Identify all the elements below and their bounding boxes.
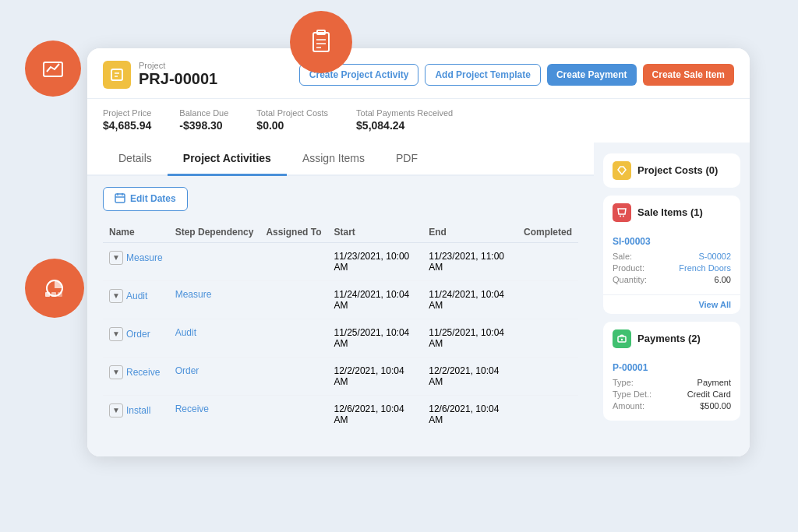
sale-items-icon <box>613 203 631 222</box>
dependency-link[interactable]: Order <box>175 365 200 376</box>
payment-id-link[interactable]: P-00001 <box>613 362 731 373</box>
total-payments-label: Total Payments Received <box>356 108 453 118</box>
sale-label: Sale: <box>613 252 632 261</box>
payments-body: P-00001 Type: Payment Type Det.: Credit … <box>603 356 740 421</box>
activity-table: Name Step Dependency Assigned To Start E… <box>103 222 578 433</box>
amount-value: $500.00 <box>700 401 731 410</box>
tab-project-activities[interactable]: Project Activities <box>168 143 287 176</box>
quantity-value: 6.00 <box>715 275 731 284</box>
type-det-label: Type Det.: <box>613 389 651 399</box>
project-label: Project <box>139 61 217 70</box>
right-panel: Project Costs (0) Sale Items (1 <box>594 143 750 456</box>
row-dependency: Order <box>169 357 260 395</box>
quantity-label: Quantity: <box>613 275 647 284</box>
svg-point-18 <box>623 215 624 217</box>
activity-name-link[interactable]: Receive <box>126 367 160 378</box>
row-assigned-to <box>260 242 327 280</box>
edit-dates-button[interactable]: Edit Dates <box>103 187 188 211</box>
float-chart-icon <box>25 41 81 97</box>
project-price-value: $4,685.94 <box>103 119 151 132</box>
row-end: 11/25/2021, 10:04 AM <box>422 319 517 357</box>
project-id-block: Project PRJ-00001 <box>103 61 217 89</box>
dependency-link[interactable]: Measure <box>175 289 212 300</box>
col-name: Name <box>103 222 169 243</box>
row-assigned-to <box>260 395 327 433</box>
row-name-cell: ▼ Order <box>103 319 169 357</box>
svg-rect-9 <box>58 292 62 297</box>
balance-due-value: -$398.30 <box>179 119 228 132</box>
tab-pdf[interactable]: PDF <box>380 143 433 176</box>
svg-rect-13 <box>115 194 125 203</box>
col-end: End <box>422 222 517 243</box>
edit-dates-label: Edit Dates <box>130 193 176 204</box>
activity-name-link[interactable]: Audit <box>126 291 147 301</box>
add-project-template-button[interactable]: Add Project Template <box>425 64 540 86</box>
row-completed <box>517 242 578 280</box>
row-dependency: Audit <box>169 319 260 357</box>
row-toggle[interactable]: ▼ <box>109 365 123 379</box>
row-start: 11/23/2021, 10:00 AM <box>328 242 423 280</box>
project-costs-title: Project Costs (0) <box>637 164 718 176</box>
create-sale-item-button[interactable]: Create Sale Item <box>643 64 734 86</box>
dependency-link[interactable]: Audit <box>175 327 196 338</box>
svg-rect-7 <box>45 292 50 297</box>
row-dependency: Measure <box>169 280 260 319</box>
project-id: PRJ-00001 <box>139 70 217 87</box>
card-header: Project PRJ-00001 Create Project Activit… <box>87 48 750 99</box>
dependency-link[interactable]: Receive <box>175 403 209 414</box>
tab-content: Edit Dates Name Step Dependency Assigned… <box>87 176 594 444</box>
row-start: 12/2/2021, 10:04 AM <box>328 357 423 395</box>
svg-rect-1 <box>313 33 329 51</box>
amount-row: Amount: $500.00 <box>613 401 731 410</box>
row-toggle[interactable]: ▼ <box>109 251 123 265</box>
row-dependency <box>169 242 260 280</box>
row-assigned-to <box>260 280 327 319</box>
svg-rect-8 <box>51 292 56 297</box>
table-row: ▼ Install Receive 12/6/2021, 10:04 AM 12… <box>103 395 578 433</box>
stats-bar: Project Price $4,685.94 Balance Due -$39… <box>87 99 750 143</box>
table-row: ▼ Audit Measure 11/24/2021, 10:04 AM 11/… <box>103 280 578 319</box>
product-label: Product: <box>613 263 644 273</box>
activity-name-link[interactable]: Order <box>126 329 150 340</box>
tab-assign-items[interactable]: Assign Items <box>287 143 380 176</box>
total-payments-value: $5,084.24 <box>356 119 453 132</box>
main-card: Project PRJ-00001 Create Project Activit… <box>87 48 750 456</box>
row-toggle[interactable]: ▼ <box>109 327 123 341</box>
table-row: ▼ Measure 11/23/2021, 10:00 AM 11/23/202… <box>103 242 578 280</box>
sale-row: Sale: S-00002 <box>613 252 731 261</box>
col-completed: Completed <box>517 222 578 243</box>
sale-value[interactable]: S-00002 <box>698 252 731 261</box>
amount-label: Amount: <box>613 401 644 410</box>
project-costs-header: Project Costs (0) <box>603 153 740 188</box>
row-start: 11/25/2021, 10:04 AM <box>328 319 423 357</box>
table-row: ▼ Receive Order 12/2/2021, 10:04 AM 12/2… <box>103 357 578 395</box>
row-assigned-to <box>260 357 327 395</box>
create-payment-button[interactable]: Create Payment <box>547 64 637 86</box>
sale-items-card: Sale Items (1) SI-00003 Sale: S-00002 Pr… <box>603 196 740 314</box>
float-pie-chart-icon <box>25 259 84 318</box>
product-row: Product: French Doors <box>613 263 731 273</box>
tab-details[interactable]: Details <box>103 143 168 176</box>
balance-due-label: Balance Due <box>179 108 228 118</box>
left-panel: Details Project Activities Assign Items … <box>87 143 594 456</box>
stat-balance-due: Balance Due -$398.30 <box>179 108 228 132</box>
row-end: 11/23/2021, 11:00 AM <box>422 242 517 280</box>
product-value[interactable]: French Doors <box>679 263 731 273</box>
card-body: Details Project Activities Assign Items … <box>87 143 750 456</box>
row-name-cell: ▼ Measure <box>103 242 169 280</box>
stat-project-price: Project Price $4,685.94 <box>103 108 151 132</box>
activity-name-link[interactable]: Measure <box>126 252 163 263</box>
project-price-label: Project Price <box>103 108 151 118</box>
col-step-dependency: Step Dependency <box>169 222 260 243</box>
project-costs-icon <box>613 161 631 180</box>
row-dependency: Receive <box>169 395 260 433</box>
view-all-link[interactable]: View All <box>603 294 740 314</box>
row-name-cell: ▼ Receive <box>103 357 169 395</box>
sale-item-id-link[interactable]: SI-00003 <box>613 236 731 247</box>
row-completed <box>517 319 578 357</box>
type-row: Type: Payment <box>613 378 731 387</box>
row-toggle[interactable]: ▼ <box>109 403 123 417</box>
row-toggle[interactable]: ▼ <box>109 289 123 303</box>
activity-name-link[interactable]: Install <box>126 405 150 416</box>
row-assigned-to <box>260 319 327 357</box>
